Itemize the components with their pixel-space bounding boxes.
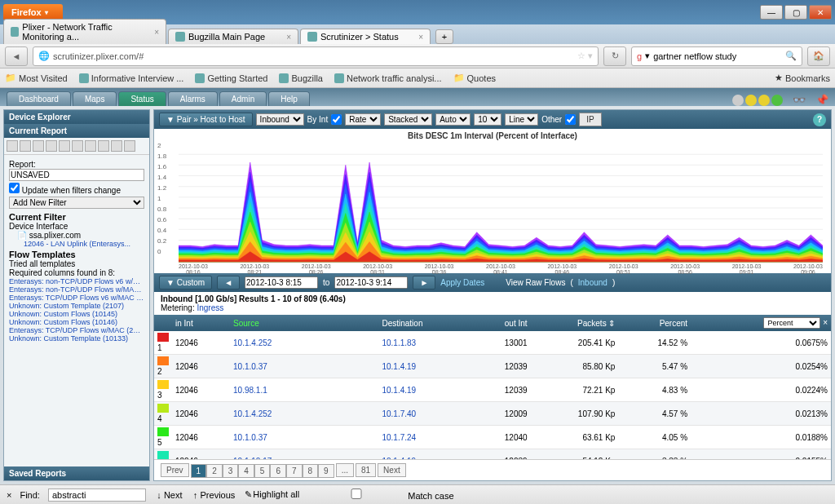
date-forward-button[interactable]: ► <box>413 276 435 290</box>
template-link[interactable]: Enterasys: TCP/UDP Flows v6 w/MAC (2104) <box>9 294 144 302</box>
tool-icon[interactable] <box>85 140 96 152</box>
metric-select[interactable]: Rate <box>345 113 381 126</box>
app-tab-maps[interactable]: Maps <box>73 91 117 106</box>
count-select[interactable]: 10 <box>474 113 501 126</box>
close-tab-icon[interactable]: × <box>286 33 291 42</box>
firefox-menu-button[interactable]: Firefox <box>3 4 63 20</box>
new-tab-button[interactable]: + <box>435 29 453 44</box>
maximize-button[interactable]: ▢ <box>784 5 807 20</box>
template-link[interactable]: Unknown: Custom Template (10133) <box>9 334 144 343</box>
update-filters-checkbox[interactable] <box>9 183 20 193</box>
close-window-button[interactable]: ✕ <box>809 5 832 20</box>
pager-page[interactable]: 9 <box>318 464 334 478</box>
date-back-button[interactable]: ◄ <box>217 276 240 290</box>
pair-button[interactable]: ▼ Pair » Host to Host <box>159 113 253 126</box>
bookmark-star-icon[interactable]: ☆ ▾ <box>577 51 593 61</box>
template-link[interactable]: Unknown: Custom Flows (10146) <box>9 318 144 326</box>
highlight-all-button[interactable]: ✎Highlight all <box>243 489 299 500</box>
close-tab-icon[interactable]: × <box>418 33 423 42</box>
auto-select[interactable]: Auto <box>435 113 471 126</box>
app-tab-help[interactable]: Help <box>268 91 310 106</box>
interface-link[interactable]: 12046 - LAN Uplink (Enterasys... <box>9 240 144 248</box>
col-in-int[interactable]: in Int <box>172 315 230 331</box>
sidebar-header-device-explorer[interactable]: Device Explorer <box>4 110 149 124</box>
table-row[interactable]: 21204610.1.0.3710.1.4.191203985.80 Kp5.4… <box>154 355 831 378</box>
close-findbar-icon[interactable]: × <box>7 490 11 500</box>
table-row[interactable]: 31204610.98.1.110.1.4.191203972.21 Kp4.8… <box>154 378 831 402</box>
search-input[interactable] <box>653 51 782 61</box>
custom-range-button[interactable]: ▼ Custom <box>159 276 212 290</box>
table-row[interactable]: 61204610.1.10.1710.1.4.191203954.12 Kp3.… <box>154 449 831 460</box>
template-link[interactable]: Unknown: Custom Template (2107) <box>9 302 144 310</box>
bookmark-item[interactable]: Informative Interview ... <box>79 73 184 83</box>
tool-icon[interactable] <box>111 140 122 152</box>
pager-page[interactable]: 7 <box>286 464 303 478</box>
template-link[interactable]: Enterasys: TCP/UDP Flows w/MAC (2102) <box>9 326 144 334</box>
table-row[interactable]: 41204610.1.4.25210.1.7.4012009107.90 Kp4… <box>154 402 831 426</box>
raw-inbound-link[interactable]: Inbound <box>578 278 607 287</box>
col-dest[interactable]: Destination <box>378 315 472 331</box>
apply-dates-link[interactable]: Apply Dates <box>440 278 484 287</box>
app-tab-dashboard[interactable]: Dashboard <box>7 91 71 106</box>
other-checkbox[interactable] <box>565 114 576 125</box>
metering-link[interactable]: Ingress <box>197 303 223 312</box>
pager-page[interactable]: 8 <box>303 464 319 478</box>
search-box[interactable]: g▾ 🔍 <box>631 46 802 66</box>
add-filter-select[interactable]: Add New Filter <box>9 197 144 209</box>
find-next-button[interactable]: ↓Next <box>154 490 183 500</box>
browser-tab-plixer[interactable]: Plixer - Network Traffic Monitoring a...… <box>3 19 166 44</box>
bookmark-item[interactable]: 📁 Quotes <box>453 73 496 83</box>
date-to-input[interactable] <box>334 276 408 289</box>
find-input[interactable] <box>48 489 146 502</box>
bookmark-item[interactable]: Bugzilla <box>279 73 323 83</box>
home-button[interactable]: 🏠 <box>807 46 830 66</box>
bookmarks-menu[interactable]: ★ Bookmarks <box>775 73 830 83</box>
col-out-int[interactable]: out Int <box>473 315 531 331</box>
date-from-input[interactable] <box>245 276 318 289</box>
table-row[interactable]: 51204610.1.0.3710.1.7.241204063.61 Kp4.0… <box>154 426 831 449</box>
ip-button[interactable]: IP <box>579 113 601 126</box>
chart-area[interactable]: 00.20.40.60.811.21.41.61.822012-10-0308:… <box>154 143 831 273</box>
bookmark-most-visited[interactable]: 📁 Most Visited <box>5 73 68 83</box>
col-source[interactable]: Source <box>230 315 378 331</box>
tool-icon[interactable] <box>124 140 135 152</box>
col-percent[interactable]: Percent <box>618 315 691 331</box>
tool-icon[interactable] <box>46 140 57 152</box>
browser-tab-bugzilla[interactable]: Bugzilla Main Page× <box>168 29 298 44</box>
bookmark-item[interactable]: Network traffic analysi... <box>334 73 442 83</box>
pager-page[interactable]: 1 <box>191 464 207 478</box>
find-prev-button[interactable]: ↑Previous <box>191 490 236 500</box>
back-button[interactable]: ◄ <box>5 46 28 66</box>
tool-icon[interactable] <box>33 140 44 152</box>
col-percent-select[interactable]: Percent × <box>691 315 831 331</box>
pin-icon[interactable]: 📌 <box>815 94 828 106</box>
close-tab-icon[interactable]: × <box>154 28 159 37</box>
binoculars-icon[interactable]: 👓 <box>793 94 806 106</box>
help-icon[interactable]: ? <box>813 113 826 126</box>
col-packets[interactable]: Packets ⇕ <box>531 315 619 331</box>
tool-icon[interactable] <box>72 140 83 152</box>
tool-icon[interactable] <box>59 140 70 152</box>
app-tab-admin[interactable]: Admin <box>219 91 267 106</box>
pager-page[interactable]: 3 <box>223 464 239 478</box>
app-tab-alarms[interactable]: Alarms <box>168 91 218 106</box>
app-tab-status[interactable]: Status <box>118 91 166 106</box>
template-link[interactable]: Unknown: Custom Flows (10145) <box>9 310 144 318</box>
by-int-checkbox[interactable] <box>331 114 342 125</box>
search-icon[interactable]: 🔍 <box>785 51 797 61</box>
url-input[interactable]: 🌐 scrutinizer.plixer.com/# ☆ ▾ <box>33 46 599 66</box>
tool-icon[interactable] <box>7 140 18 152</box>
pager-page[interactable]: 5 <box>254 464 271 478</box>
pager-page[interactable]: 4 <box>238 464 254 478</box>
tool-icon[interactable] <box>20 140 31 152</box>
bookmark-item[interactable]: Getting Started <box>195 73 267 83</box>
pager-next[interactable]: Next <box>378 463 406 477</box>
pager-page[interactable]: 6 <box>270 464 286 478</box>
chart-type-select[interactable]: Line <box>505 113 538 126</box>
reload-button[interactable]: ↻ <box>603 46 626 66</box>
sidebar-header-saved-reports[interactable]: Saved Reports <box>4 466 149 480</box>
template-link[interactable]: Enterasys: non-TCP/UDP Flows w/MAC (2103… <box>9 285 144 294</box>
pager-prev[interactable]: Prev <box>161 463 189 477</box>
report-name-input[interactable] <box>9 169 144 181</box>
direction-select[interactable]: Inbound <box>256 113 304 126</box>
